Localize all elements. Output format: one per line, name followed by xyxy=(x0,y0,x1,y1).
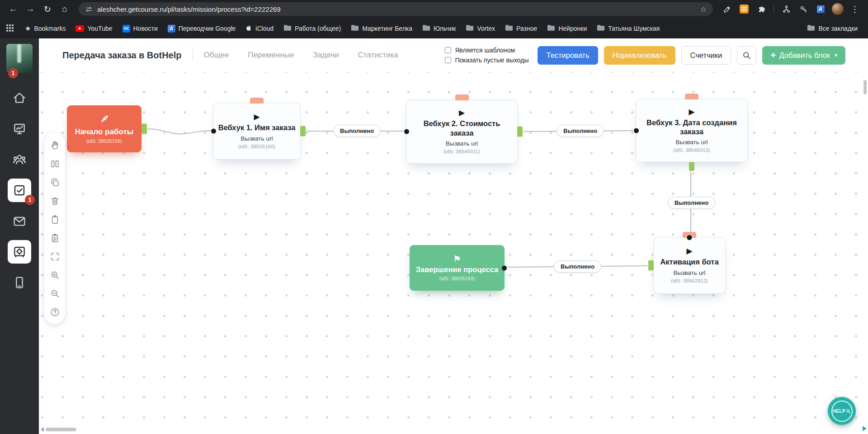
translate-extension-icon[interactable]: A xyxy=(813,1,828,17)
tab-variables[interactable]: Переменные xyxy=(248,51,294,60)
zoom-out-button[interactable] xyxy=(49,288,61,299)
zoom-out-icon xyxy=(50,288,60,299)
password-key-icon[interactable] xyxy=(796,1,811,17)
counters-button[interactable]: Счетчики xyxy=(681,46,731,65)
output-port[interactable] xyxy=(689,162,694,171)
screen: ← → ↻ ⌂ aleshcher.getcourse.ru/pl/tasks/… xyxy=(0,0,868,434)
flow-node-webhook3[interactable]: ▶ Вебхук 3. Дата создания заказа Вызвать… xyxy=(636,99,748,162)
copy-button[interactable] xyxy=(49,176,61,188)
sidebar-item-home[interactable] xyxy=(8,86,31,110)
sidebar-item-safe[interactable] xyxy=(8,240,31,264)
profile-avatar[interactable] xyxy=(830,1,845,17)
checkbox-is-template[interactable]: Является шаблоном xyxy=(445,47,528,54)
checkbox-label: Является шаблоном xyxy=(455,47,515,54)
input-port[interactable] xyxy=(502,265,507,270)
folder-icon xyxy=(351,24,359,33)
node-tab[interactable] xyxy=(250,98,264,104)
bookmark-icloud[interactable]: iCloud xyxy=(241,22,278,35)
tree-extension-icon[interactable] xyxy=(778,1,794,17)
site-settings-icon[interactable] xyxy=(85,5,93,13)
fit-screen-button[interactable] xyxy=(49,250,61,262)
zoom-in-icon xyxy=(50,270,60,280)
search-button[interactable] xyxy=(737,46,756,65)
sidebar-item-users[interactable] xyxy=(8,148,31,171)
flow-node-activate-bot[interactable]: ▶ Активация бота Вызвать url (idS: 38552… xyxy=(653,237,726,294)
address-bar[interactable]: aleshcher.getcourse.ru/pl/tasks/mission/… xyxy=(79,2,713,16)
bookmark-youtube[interactable]: YouTube xyxy=(71,23,116,34)
bookmark-translate[interactable]: A Переводчик Google xyxy=(164,23,240,35)
url-text[interactable]: aleshcher.getcourse.ru/pl/tasks/mission/… xyxy=(97,5,696,13)
bookmark-folder-work[interactable]: Работа (общее) xyxy=(279,22,345,35)
input-port[interactable] xyxy=(404,129,409,134)
output-port[interactable] xyxy=(648,260,654,271)
edge-label-done-1[interactable]: Выполнено xyxy=(333,125,381,137)
output-port[interactable] xyxy=(142,124,147,134)
layout-tool-button[interactable] xyxy=(49,158,61,170)
input-port[interactable] xyxy=(211,129,216,134)
test-button[interactable]: Тестировать xyxy=(538,46,598,65)
notes-extension-icon[interactable] xyxy=(736,1,752,17)
horizontal-scrollbar[interactable] xyxy=(41,427,76,432)
all-bookmarks-button[interactable]: Все закладки xyxy=(803,22,862,35)
home-icon[interactable]: ⌂ xyxy=(57,1,72,17)
bookmark-bookmarks[interactable]: ★ Bookmarks xyxy=(21,22,70,35)
bookmark-folder-marketing[interactable]: Маркетинг Белка xyxy=(347,22,416,35)
flow-node-webhook2[interactable]: ▶ Вебхук 2. Стоимость заказа Вызвать url… xyxy=(406,99,518,164)
browser-menu-icon[interactable]: ⋮ xyxy=(847,1,863,17)
input-port[interactable] xyxy=(634,128,639,133)
clipboard-icon xyxy=(50,214,60,225)
tab-statistics[interactable]: Статистика xyxy=(358,51,398,60)
output-port[interactable] xyxy=(517,127,523,137)
flow-node-finish[interactable]: ⚑ Завершение процесса (idS: 38526163) xyxy=(410,245,505,291)
checkbox-icon xyxy=(445,57,451,63)
delete-button[interactable] xyxy=(49,195,61,207)
process-canvas[interactable]: Начало работы (idS: 38526159) ▶ Вебхук 1… xyxy=(39,72,868,434)
checkbox-show-empty-outputs[interactable]: Показать пустые выходы xyxy=(445,57,528,64)
flow-node-start[interactable]: Начало работы (idS: 38526159) xyxy=(67,105,142,152)
bookmark-folder-tatyana[interactable]: Татьяна Шумская xyxy=(593,22,664,35)
reload-icon[interactable]: ↻ xyxy=(40,1,55,17)
normalize-button[interactable]: Нормализовать xyxy=(604,46,675,65)
compose-extension-icon[interactable] xyxy=(719,1,735,17)
tab-general[interactable]: Общее xyxy=(204,51,229,60)
output-port[interactable] xyxy=(300,126,306,137)
bookmark-folder-vortex[interactable]: Vortex xyxy=(462,22,499,35)
account-avatar[interactable]: 1 xyxy=(6,44,33,73)
sidebar-item-mail[interactable] xyxy=(8,209,31,233)
forward-icon[interactable]: → xyxy=(23,1,38,17)
add-block-button[interactable]: + Добавить блок ▾ xyxy=(762,46,845,65)
extensions-puzzle-icon[interactable] xyxy=(754,1,769,17)
back-icon[interactable]: ← xyxy=(5,1,21,17)
tasks-icon xyxy=(12,183,27,198)
tab-tasks[interactable]: Задачи xyxy=(313,51,339,60)
clipboard-button[interactable] xyxy=(49,213,61,225)
bookmark-label: iCloud xyxy=(255,25,274,32)
bookmark-news[interactable]: VK Новости xyxy=(118,23,162,35)
zoom-in-button[interactable] xyxy=(49,269,61,281)
vertical-scrollbar[interactable] xyxy=(863,80,867,94)
bookmark-folder-misc[interactable]: Разное xyxy=(501,22,541,35)
edge-label-done-3[interactable]: Выполнено xyxy=(668,197,715,209)
sidebar-item-tasks[interactable]: 1 xyxy=(8,179,31,202)
pan-tool-button[interactable] xyxy=(49,139,61,151)
help-button[interactable]: HELP xyxy=(828,397,856,425)
sidebar-item-analytics[interactable] xyxy=(8,117,31,141)
bookmark-star-icon[interactable]: ☆ xyxy=(700,5,707,14)
input-port[interactable] xyxy=(687,235,692,240)
node-subtitle: Вызвать url xyxy=(675,139,708,146)
bookmark-label: YouTube xyxy=(87,25,112,32)
folder-icon xyxy=(466,24,474,33)
flow-node-webhook1[interactable]: ▶ Вебхук 1. Имя заказа Вызвать url (idS:… xyxy=(213,103,301,160)
sidebar-item-mobile[interactable] xyxy=(8,271,31,294)
node-tab[interactable] xyxy=(455,94,469,100)
edge-label-done-4[interactable]: Выполнено xyxy=(554,260,601,273)
node-tab[interactable] xyxy=(685,94,698,99)
edge-label-done-2[interactable]: Выполнено xyxy=(557,125,604,137)
paste-button[interactable] xyxy=(49,232,61,244)
scrollbar-thumb[interactable] xyxy=(46,428,76,431)
apps-grid-icon[interactable] xyxy=(6,24,14,33)
bookmark-folder-neuro[interactable]: Нейронки xyxy=(543,22,591,35)
scroll-left-icon[interactable] xyxy=(41,427,44,432)
help-tool-button[interactable] xyxy=(49,306,61,318)
bookmark-folder-yulchik[interactable]: Юльчик xyxy=(418,22,460,35)
